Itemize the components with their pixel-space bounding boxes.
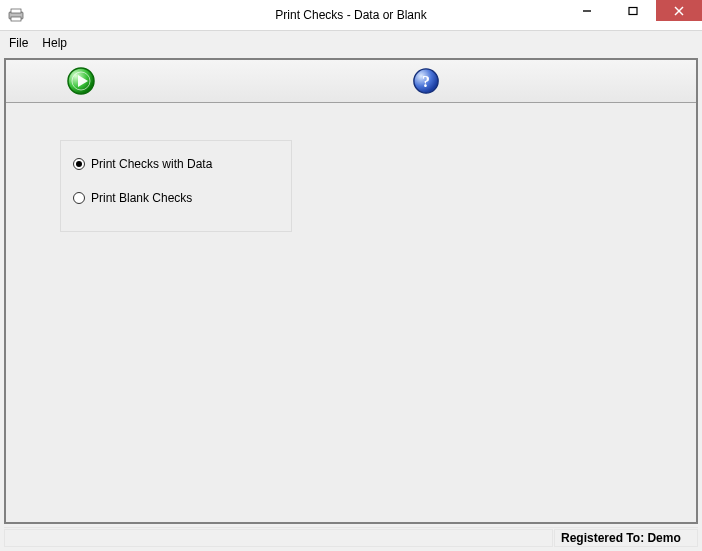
main-panel: ? Print Checks with Data Print Blank Che… xyxy=(4,58,698,524)
play-icon xyxy=(66,66,96,96)
radio-print-blank[interactable]: Print Blank Checks xyxy=(73,191,279,205)
titlebar: Print Checks - Data or Blank xyxy=(0,0,702,31)
radio-icon xyxy=(73,158,85,170)
toolbar: ? xyxy=(6,60,696,103)
status-left xyxy=(4,529,553,547)
svg-rect-2 xyxy=(11,17,21,21)
menu-help[interactable]: Help xyxy=(39,35,70,51)
print-options-group: Print Checks with Data Print Blank Check… xyxy=(60,140,292,232)
statusbar: Registered To: Demo xyxy=(4,527,698,548)
help-button[interactable]: ? xyxy=(411,66,441,96)
radio-icon xyxy=(73,192,85,204)
svg-rect-1 xyxy=(11,9,21,13)
continue-button[interactable] xyxy=(66,66,96,96)
menu-file[interactable]: File xyxy=(6,35,31,51)
client-area: ? Print Checks with Data Print Blank Che… xyxy=(0,54,702,551)
radio-print-with-data[interactable]: Print Checks with Data xyxy=(73,157,279,171)
radio-label: Print Blank Checks xyxy=(91,191,192,205)
help-icon: ? xyxy=(412,67,440,95)
svg-rect-4 xyxy=(629,7,637,14)
svg-text:?: ? xyxy=(422,73,430,90)
window-controls xyxy=(564,0,702,30)
menubar: File Help xyxy=(0,31,702,56)
close-button[interactable] xyxy=(656,0,702,21)
radio-label: Print Checks with Data xyxy=(91,157,212,171)
status-registered: Registered To: Demo xyxy=(554,529,698,547)
app-icon xyxy=(8,7,24,23)
maximize-button[interactable] xyxy=(610,0,656,21)
minimize-button[interactable] xyxy=(564,0,610,21)
